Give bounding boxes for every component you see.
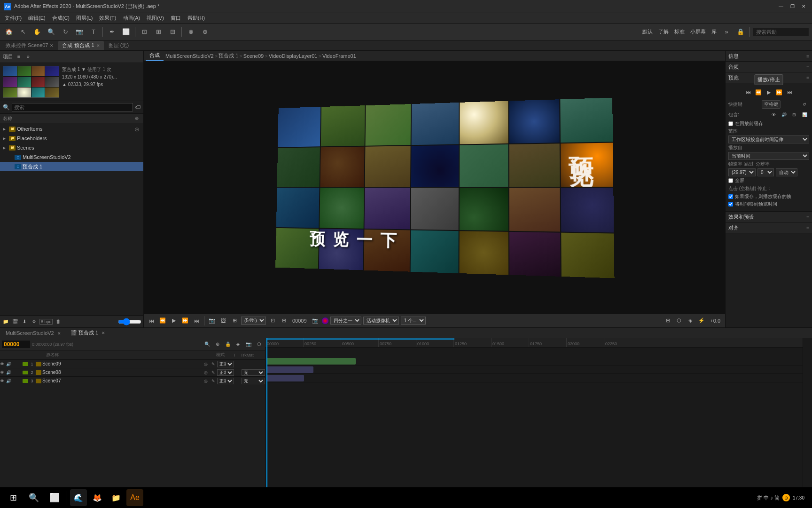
viewer-tab-compose[interactable]: 合成 bbox=[146, 51, 164, 61]
project-settings-btn[interactable]: ⚙ bbox=[30, 318, 38, 325]
tl-clip-3[interactable] bbox=[266, 375, 304, 381]
prev-back-btn[interactable]: ⏪ bbox=[754, 87, 763, 97]
snapshot-btn[interactable]: 📷 bbox=[207, 316, 217, 325]
menu-view[interactable]: 视图(V) bbox=[144, 14, 167, 23]
audio-section-header[interactable]: 音频 ≡ bbox=[726, 62, 812, 72]
play-btn[interactable]: ▶ bbox=[169, 316, 179, 325]
tl-tab-close2[interactable]: ✕ bbox=[102, 331, 105, 335]
bit-depth-label[interactable]: 8 bpc bbox=[39, 319, 53, 325]
tl-search-btn[interactable]: 🔍 bbox=[203, 340, 211, 349]
tray-clock-icon[interactable]: ⊙ bbox=[782, 494, 790, 501]
start-button[interactable]: ⊞ bbox=[4, 488, 23, 507]
tl-layer3-eye[interactable]: 👁 bbox=[0, 379, 6, 383]
effects-tab-close[interactable]: ✕ bbox=[50, 43, 54, 48]
tl-clip-2[interactable] bbox=[266, 366, 313, 373]
tl-solo-btn[interactable]: ◈ bbox=[234, 340, 242, 349]
include-video-btn[interactable]: 👁 bbox=[769, 110, 778, 119]
fullscreen-checkbox[interactable] bbox=[728, 178, 733, 183]
delete-btn[interactable]: 🗑 bbox=[55, 318, 62, 325]
prev-fwd-btn[interactable]: ⏩ bbox=[774, 87, 784, 97]
menu-edit[interactable]: 编辑(E) bbox=[25, 14, 48, 23]
prev-first-btn[interactable]: ⏮ bbox=[743, 87, 753, 97]
snap-btn[interactable]: ⊗ bbox=[185, 26, 197, 38]
tool6[interactable]: ⊞ bbox=[152, 26, 164, 38]
menu-compose[interactable]: 合成(C) bbox=[49, 14, 72, 23]
prev-play-btn[interactable]: ▶ 播放/停止 bbox=[764, 87, 773, 97]
maximize-button[interactable]: ❐ bbox=[788, 2, 797, 11]
tl-layer2-audio[interactable]: 🔊 bbox=[6, 370, 11, 375]
menu-help[interactable]: 帮助(H) bbox=[185, 14, 208, 23]
menu-layer[interactable]: 图层(L) bbox=[73, 14, 95, 23]
project-menu-btn[interactable]: ≡ bbox=[15, 53, 23, 61]
menu-animate[interactable]: 动画(A) bbox=[120, 14, 143, 23]
audio-menu-btn[interactable]: ≡ bbox=[806, 64, 809, 70]
breadcrumb-multiscreenstudiov2[interactable]: MultiScreenStudioV2 bbox=[165, 53, 214, 59]
preset-library[interactable]: 库 bbox=[710, 28, 718, 35]
show-snap-btn[interactable]: 🖼 bbox=[219, 316, 228, 325]
mask-btn[interactable]: ⊕ bbox=[199, 26, 211, 38]
hand-tool[interactable]: ✋ bbox=[31, 26, 43, 38]
tab-effects-scene07[interactable]: 效果控件 Scene07 ✕ bbox=[2, 41, 57, 50]
preset-standard[interactable]: 标准 bbox=[672, 28, 687, 35]
tree-item-multiscreenstudiov2[interactable]: C MultiScreenStudioV2 bbox=[0, 152, 143, 162]
quality-select[interactable]: 四分之一 完整 二分之一 bbox=[330, 317, 361, 325]
play-fwd-btn[interactable]: ⏩ bbox=[180, 316, 190, 325]
menu-effect[interactable]: 效果(T) bbox=[96, 14, 119, 23]
preview-menu-btn[interactable]: ≡ bbox=[806, 75, 809, 80]
tl-layer3-solo-btn[interactable]: ◎ bbox=[204, 379, 211, 383]
channel-select[interactable]: 1 个... bbox=[401, 317, 426, 325]
project-expand-btn[interactable]: » bbox=[24, 53, 32, 61]
tl-layer3-edit[interactable]: ✎ bbox=[211, 379, 217, 383]
tl-layer3-mode[interactable]: 正常 bbox=[217, 378, 234, 384]
effects-section-header[interactable]: 效果和预设 ≡ bbox=[726, 212, 812, 222]
tool7[interactable]: ⊟ bbox=[166, 26, 179, 38]
taskbar-explorer[interactable]: 📁 bbox=[108, 489, 125, 506]
taskbar-ae[interactable]: Ae bbox=[126, 489, 143, 506]
color-picker[interactable] bbox=[322, 318, 328, 324]
tl-layer2-solo-btn[interactable]: ◎ bbox=[204, 370, 211, 375]
rate-select[interactable]: (29.97) bbox=[728, 168, 756, 176]
trans-btn[interactable]: ⬡ bbox=[674, 316, 684, 325]
breadcrumb-scene09[interactable]: Scene09 bbox=[243, 53, 264, 59]
cache-play-checkbox[interactable] bbox=[728, 194, 733, 199]
select-tool[interactable]: ↖ bbox=[17, 26, 29, 38]
include-overlay-btn[interactable]: ⊞ bbox=[789, 110, 799, 119]
taskbar-taskview[interactable]: ⬜ bbox=[45, 488, 64, 507]
taskbar-search[interactable]: 🔍 bbox=[24, 488, 43, 507]
tree-item-scenes[interactable]: ▶ 📁 Scenes bbox=[0, 143, 143, 152]
import-btn[interactable]: ⬇ bbox=[21, 318, 28, 325]
move-time-checkbox[interactable] bbox=[728, 202, 733, 206]
cache-checkbox[interactable] bbox=[728, 121, 733, 126]
playfrom-select[interactable]: 当前时间 范围开始 bbox=[728, 152, 809, 160]
tl-scrollbar[interactable] bbox=[803, 338, 812, 487]
render-btn[interactable]: ◈ bbox=[686, 316, 695, 325]
menu-file[interactable]: 文件(F) bbox=[2, 14, 24, 23]
tag-icon[interactable]: 🏷 bbox=[135, 104, 141, 111]
home-button[interactable]: 🏠 bbox=[3, 26, 15, 38]
tree-item-yuhezheng1[interactable]: C 预合成 1 bbox=[0, 162, 143, 171]
fit-btn[interactable]: ⊡ bbox=[268, 316, 277, 325]
tree-item-placeholders[interactable]: ▶ 📁 Placeholders bbox=[0, 134, 143, 143]
grid-btn[interactable]: ⊞ bbox=[230, 316, 239, 325]
tl-layer3-trkmat[interactable]: 无 bbox=[242, 378, 265, 384]
preset-learn[interactable]: 了解 bbox=[656, 28, 671, 35]
close-button[interactable]: ✕ bbox=[799, 2, 808, 11]
tl-layer2-edit[interactable]: ✎ bbox=[211, 370, 217, 375]
play-first-btn[interactable]: ⏮ bbox=[147, 316, 156, 325]
reset-btn[interactable]: ↺ bbox=[800, 100, 809, 109]
align-menu-btn[interactable]: ≡ bbox=[806, 225, 809, 230]
tl-layer2-trkmat[interactable]: 无 bbox=[242, 369, 265, 376]
shape-tool[interactable]: ⬜ bbox=[120, 26, 132, 38]
skip-select[interactable]: 0 bbox=[757, 168, 774, 176]
zoom-select[interactable]: (54%) 100% 50% 25% bbox=[241, 317, 266, 325]
rotate-tool[interactable]: ↻ bbox=[59, 26, 71, 38]
tl-layer2-eye[interactable]: 👁 bbox=[0, 370, 6, 375]
tray-ime[interactable]: 拼 中 ♪ 简 bbox=[757, 494, 780, 501]
menu-window[interactable]: 窗口 bbox=[168, 14, 184, 23]
preset-small[interactable]: 小屏幕 bbox=[688, 28, 708, 35]
tl-clip-1[interactable] bbox=[266, 358, 356, 365]
tl-lock-btn[interactable]: 🔒 bbox=[224, 340, 232, 349]
tl-layer1-edit[interactable]: ✎ bbox=[211, 362, 217, 366]
new-comp-btn[interactable]: 🎬 bbox=[11, 318, 19, 325]
breadcrumb-videodisplaylayer01[interactable]: VideoDisplayLayer01 bbox=[269, 53, 318, 59]
